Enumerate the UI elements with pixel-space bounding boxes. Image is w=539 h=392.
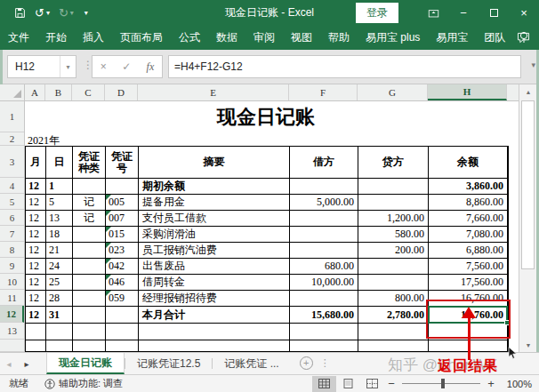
tab-scroll-prev-icon[interactable]: ◂ [0, 353, 18, 374]
table-cell[interactable]: 580.00 [358, 227, 429, 243]
table-cell[interactable]: 7,660.00 [429, 211, 508, 227]
table-cell[interactable] [46, 340, 73, 352]
table-cell[interactable] [73, 179, 106, 195]
scroll-down-icon[interactable]: ▼ [519, 338, 537, 352]
table-cell[interactable]: 28 [46, 291, 73, 307]
table-cell[interactable] [106, 307, 139, 324]
table-cell[interactable]: 12 [26, 227, 46, 243]
table-cell[interactable]: 提备用金 [139, 195, 290, 211]
row-header-5[interactable]: 5 [0, 194, 24, 210]
table-cell[interactable] [290, 243, 358, 259]
table-cell[interactable] [73, 324, 106, 340]
formula-bar-expand-icon[interactable]: ▾ [531, 60, 535, 69]
redo-icon[interactable]: ↻▾ [55, 3, 77, 22]
table-header-cell[interactable]: 摘要 [139, 147, 290, 179]
table-cell[interactable]: 7,560.00 [429, 259, 508, 275]
row-header-10[interactable]: 10 [0, 274, 24, 290]
row-header-6[interactable]: 6 [0, 210, 24, 226]
table-cell[interactable] [290, 324, 358, 340]
row-header-12[interactable]: 12 [0, 306, 24, 323]
table-cell[interactable] [106, 324, 139, 340]
column-header-F[interactable]: F [289, 84, 358, 100]
table-header-cell[interactable]: 贷方 [358, 147, 429, 179]
table-cell[interactable] [358, 340, 429, 352]
table-cell[interactable]: 10,000.00 [290, 275, 358, 291]
vertical-scrollbar[interactable]: ▲ ▼ [519, 84, 536, 352]
table-cell[interactable]: 3,860.00 [429, 179, 508, 195]
formula-input[interactable]: =H4+F12-G12 [168, 55, 521, 78]
table-cell[interactable] [73, 259, 106, 275]
ribbon-tab-8[interactable]: 帮助 [320, 25, 358, 50]
table-cell[interactable]: 680.00 [290, 259, 358, 275]
vertical-scrollbar-thumb[interactable] [521, 100, 535, 269]
table-cell[interactable]: 015 [106, 227, 139, 243]
column-header-G[interactable]: G [358, 84, 428, 100]
table-cell[interactable] [73, 243, 106, 259]
tab-more-icon[interactable]: ⋮ [320, 357, 330, 374]
row-header-1[interactable]: 1 [0, 101, 24, 132]
table-cell[interactable]: 采购润滑油 [139, 227, 290, 243]
normal-view-icon[interactable] [312, 376, 336, 392]
table-cell[interactable]: 800.00 [358, 291, 429, 307]
table-cell[interactable]: 007 [106, 211, 139, 227]
close-icon[interactable]: × [509, 0, 539, 25]
row-header-11[interactable]: 11 [0, 290, 24, 306]
confirm-entry-icon[interactable]: ✓ [122, 60, 131, 73]
table-cell[interactable]: 经理报销招待费 [139, 291, 290, 307]
table-cell[interactable] [290, 179, 358, 195]
column-header-C[interactable]: C [72, 84, 105, 100]
column-header-H[interactable]: H [428, 84, 507, 100]
zoom-in-icon[interactable]: + [484, 377, 498, 390]
table-cell[interactable]: 046 [106, 275, 139, 291]
ribbon-tab-0[interactable]: 文件 [0, 25, 37, 50]
tab-scroll-next-icon[interactable]: ▸ [18, 353, 36, 374]
scroll-up-icon[interactable]: ▲ [519, 84, 537, 99]
table-cell[interactable]: 5 [46, 195, 73, 211]
save-icon[interactable] [11, 3, 29, 22]
tell-me-label[interactable]: 告诉我 [535, 30, 539, 45]
column-header-B[interactable]: B [45, 84, 72, 100]
table-cell[interactable] [73, 291, 106, 307]
table-cell[interactable]: 记 [73, 195, 106, 211]
table-cell[interactable]: 18 [46, 227, 73, 243]
table-header-cell[interactable]: 借方 [290, 147, 358, 179]
table-cell[interactable]: 出售废品 [139, 259, 290, 275]
accessibility-status[interactable]: 辅助功能: 调查 [44, 377, 123, 390]
ribbon-tab-10[interactable]: 易用宝 [428, 25, 476, 50]
row-header-8[interactable]: 8 [0, 242, 24, 258]
column-header-D[interactable]: D [105, 84, 138, 100]
table-cell[interactable] [290, 211, 358, 227]
table-cell[interactable]: 7,080.00 [429, 227, 508, 243]
table-cell[interactable]: 24 [46, 259, 73, 275]
table-cell[interactable]: 023 [106, 243, 139, 259]
table-cell[interactable] [26, 324, 46, 340]
select-all-corner[interactable] [0, 84, 25, 100]
ribbon-tab-1[interactable]: 开始 [37, 25, 75, 50]
table-cell[interactable] [358, 259, 429, 275]
ribbon-tab-4[interactable]: 公式 [171, 25, 208, 50]
table-cell[interactable] [139, 324, 290, 340]
sheet-tab-0[interactable]: 现金日记账 [46, 353, 125, 374]
table-cell[interactable]: 12 [26, 195, 46, 211]
customize-toolbar-icon[interactable]: ▾ [79, 3, 92, 22]
table-cell[interactable]: 005 [106, 195, 139, 211]
table-cell[interactable] [290, 340, 358, 352]
table-cell[interactable] [106, 340, 139, 352]
table-cell[interactable]: 5,000.00 [290, 195, 358, 211]
table-cell[interactable]: 12 [26, 259, 46, 275]
sheet-title-cell[interactable]: 现金日记账 [25, 101, 507, 132]
row-header-2[interactable]: 2 [0, 132, 24, 146]
table-header-cell[interactable]: 月 [26, 147, 46, 179]
table-cell[interactable]: 15,680.00 [290, 307, 358, 324]
table-cell[interactable]: 12 [26, 275, 46, 291]
row-header-13[interactable]: 13 [0, 323, 24, 340]
table-cell[interactable] [290, 227, 358, 243]
table-cell[interactable]: 本月合计 [139, 307, 290, 324]
column-header-E[interactable]: E [138, 84, 289, 100]
table-cell[interactable]: 6,880.00 [429, 243, 508, 259]
row-header-7[interactable]: 7 [0, 226, 24, 242]
column-header-A[interactable]: A [25, 84, 45, 100]
ribbon-display-options-icon[interactable] [418, 0, 448, 25]
zoom-out-icon[interactable]: − [384, 377, 398, 390]
table-cell[interactable]: 员工报销汽油费 [139, 243, 290, 259]
